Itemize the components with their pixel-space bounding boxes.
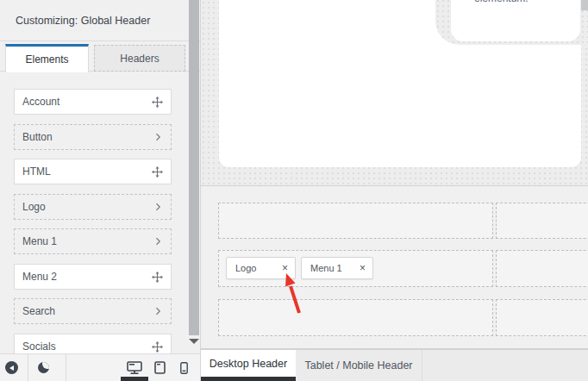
tab-headers-label: Headers (120, 53, 159, 65)
chip-label: Menu 1 (310, 263, 342, 273)
builder-row-top-cell-left[interactable] (218, 203, 493, 239)
tab-elements-label: Elements (25, 53, 68, 66)
preview-scrollbar-thumb[interactable] (581, 0, 588, 10)
element-label: Search (22, 305, 55, 317)
element-label: Logo (22, 201, 46, 213)
chevron-right-icon (153, 236, 163, 247)
tab-headers[interactable]: Headers (94, 45, 185, 72)
sidebar-header: Customizing: Global Header (0, 0, 200, 41)
sidebar-scrollbar-thumb[interactable] (189, 0, 199, 335)
preview-page-top: elementum. (201, 0, 588, 186)
builder-row-middle-cell-right[interactable] (496, 250, 588, 287)
element-label: HTML (22, 166, 51, 178)
builder-chip-menu-1[interactable]: Menu 1 × (301, 257, 373, 279)
builder-row-bottom-cell-left[interactable] (218, 299, 493, 336)
active-device-underline (121, 377, 148, 381)
back-icon[interactable] (5, 361, 18, 374)
element-label: Socials (22, 340, 56, 353)
dark-mode-icon[interactable] (38, 362, 49, 373)
tab-elements[interactable]: Elements (5, 44, 89, 72)
move-icon (152, 97, 163, 108)
header-builder: Logo × Menu 1 × (201, 186, 588, 349)
footer-divider (66, 354, 66, 381)
tab-desktop-header[interactable]: Desktop Header (201, 350, 296, 381)
footer-divider (28, 354, 28, 381)
testimonial-card: elementum. (451, 0, 580, 41)
move-icon (152, 166, 163, 178)
builder-chip-logo[interactable]: Logo × (226, 257, 296, 279)
chevron-right-icon (153, 306, 163, 316)
header-mode-tabs: Desktop Header Tablet / Mobile Header (201, 349, 588, 381)
customizer-window: Customizing: Global Header Elements Head… (0, 0, 588, 381)
builder-row-top-cell-right[interactable] (496, 203, 588, 239)
element-label: Menu 1 (22, 235, 57, 247)
scroll-down-icon[interactable] (189, 339, 199, 344)
element-item-logo[interactable]: Logo (14, 194, 172, 220)
element-item-button[interactable]: Button (14, 124, 172, 150)
element-item-search[interactable]: Search (14, 298, 172, 324)
customizer-title: Customizing: Global Header (16, 0, 150, 41)
tablet-icon[interactable] (154, 354, 166, 381)
element-item-menu-2[interactable]: Menu 2 (14, 264, 172, 290)
remove-menu-1-icon[interactable]: × (360, 263, 366, 273)
element-label: Menu 2 (22, 271, 57, 283)
preview-pane: elementum. Logo × Menu 1 × (201, 0, 588, 381)
element-item-account[interactable]: Account (14, 89, 172, 115)
mobile-icon[interactable] (180, 354, 188, 381)
customizer-sidebar: Customizing: Global Header Elements Head… (0, 0, 201, 381)
element-label: Button (22, 131, 53, 143)
move-icon (152, 341, 163, 353)
chevron-right-icon (153, 132, 163, 142)
element-item-html[interactable]: HTML (14, 159, 172, 184)
sidebar-footer-bar (0, 353, 200, 381)
element-label: Account (22, 96, 59, 108)
element-item-menu-1[interactable]: Menu 1 (14, 228, 172, 254)
back-arrow-glyph (9, 365, 14, 371)
tab-desktop-header-label: Desktop Header (210, 358, 287, 370)
chip-label: Logo (235, 263, 256, 273)
builder-row-bottom-cell-right[interactable] (496, 299, 588, 336)
remove-logo-icon[interactable]: × (282, 263, 288, 273)
tab-tablet-mobile-header[interactable]: Tablet / Mobile Header (296, 350, 422, 381)
tab-tablet-mobile-header-label: Tablet / Mobile Header (304, 359, 412, 372)
testimonial-text: elementum. (474, 0, 529, 4)
chevron-right-icon (153, 202, 163, 212)
move-icon (152, 272, 163, 283)
